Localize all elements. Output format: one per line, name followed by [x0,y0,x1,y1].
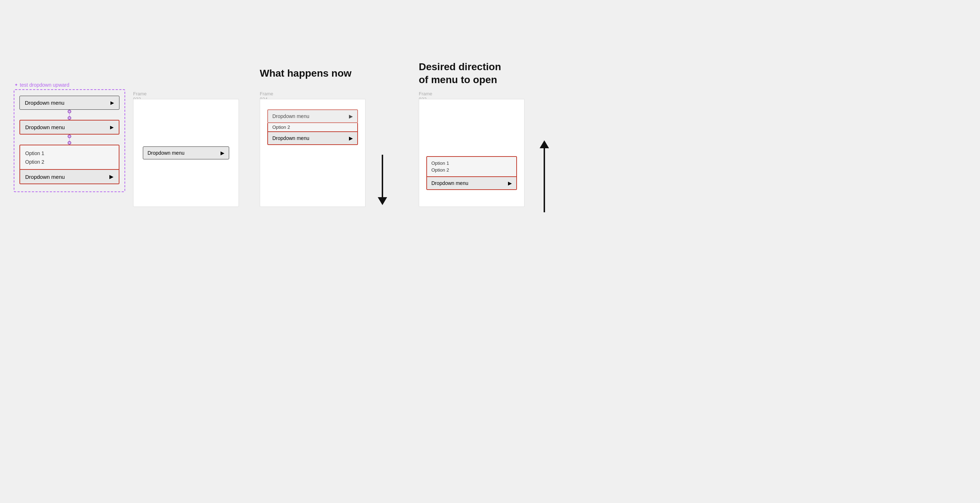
what-happens-now-heading: What happens now [260,68,352,79]
frame933-dropdown-label: Dropdown menu [431,180,468,186]
arrow-down-indicator [378,155,387,205]
option-2: Option 2 [25,158,114,166]
frame933-options-panel: Option 1 Option 2 [426,156,517,177]
dropdown-inside-label: Dropdown menu [25,174,65,180]
frame934-option2: Option 2 [272,124,353,130]
arrow-head-up [540,140,549,148]
dropdown-btn-2-label: Dropdown menu [25,124,65,130]
desired-direction-heading: Desired direction of menu to open [419,60,520,87]
arrow-shaft-down [382,155,383,197]
frame933-dropdown-arrow: ▶ [508,180,512,186]
dropdown-btn-1-label: Dropdown menu [25,100,64,106]
frame933-card: Option 1 Option 2 Dropdown menu ▶ [419,99,525,207]
arrow-head-down [378,197,387,205]
dropdown-btn-2-arrow: ▶ [110,124,114,130]
dropdown-inside[interactable]: Dropdown menu ▶ [20,169,119,183]
left-design-frame: test dropdown upward Dropdown menu ▶ Dro… [14,89,125,192]
arrow-shaft-up [544,148,545,212]
frame934-dropdown-bottom-label: Dropdown menu [272,135,309,141]
option-1: Option 1 [25,149,114,158]
dropdown-btn-1[interactable]: Dropdown menu ▶ [19,96,119,110]
connector-1 [19,110,119,120]
frame933-option1: Option 1 [431,160,512,167]
frame933-option2: Option 2 [431,167,512,174]
frame934-inner: Dropdown menu ▶ Option 2 Dropdown menu ▶ [267,109,358,145]
frame933-dropdown[interactable]: Dropdown menu ▶ [426,177,517,190]
frame934-dropdown-bottom[interactable]: Dropdown menu ▶ [267,131,358,145]
dropdown-btn-1-arrow: ▶ [110,100,114,105]
connector-dot-bottom-2 [68,141,71,145]
connector-dot-bottom-1 [68,116,71,120]
arrow-up-indicator [540,140,549,212]
dropdown-inside-arrow: ▶ [109,174,114,180]
frame932-card: Dropdown menu ▶ [133,99,239,207]
frame932-dropdown-arrow: ▶ [221,150,224,156]
frame932-dropdown-label: Dropdown menu [148,150,185,156]
dropdown-btn-2[interactable]: Dropdown menu ▶ [19,120,119,135]
left-frame-label: test dropdown upward [14,82,70,88]
connector-2 [19,135,119,145]
frame934-dropdown-top-arrow: ▶ [349,113,353,119]
frame933-inner: Option 1 Option 2 Dropdown menu ▶ [426,156,517,190]
frame932-dropdown[interactable]: Dropdown menu ▶ [143,146,229,159]
connector-dot-top-2 [68,135,71,138]
frame932-inner: Dropdown menu ▶ [143,146,229,159]
frame934-dropdown-bottom-arrow: ▶ [349,135,353,141]
frame934-options: Option 2 [267,123,358,131]
dropdown-panel: Option 1 Option 2 Dropdown menu ▶ [19,145,119,184]
frame934-dropdown-top[interactable]: Dropdown menu ▶ [267,109,358,123]
frame934-dropdown-top-label: Dropdown menu [272,113,309,119]
frame934-card: Dropdown menu ▶ Option 2 Dropdown menu ▶ [260,99,366,207]
connector-dot-top-1 [68,110,71,113]
